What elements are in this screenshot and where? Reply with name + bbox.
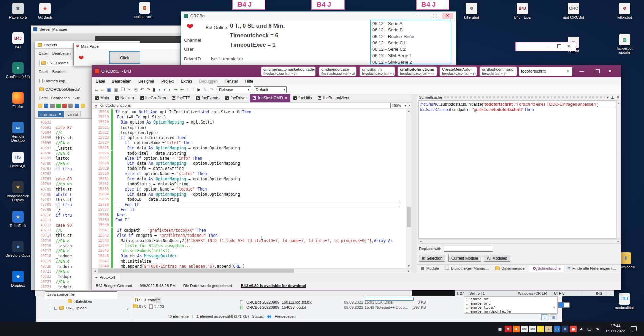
objects-menubar-2[interactable]: Datei Bearbei — [39, 70, 65, 74]
desktop-icon-b4j-libs[interactable]: B4JB4J - Libs — [510, 3, 535, 19]
scroll-left-arrow[interactable]: ◄ — [93, 269, 96, 273]
click-button[interactable]: Click — [109, 51, 140, 64]
desktop-icon-killorcbot[interactable]: ⚙killorcbot — [612, 3, 637, 19]
module-tab-fncgrafiken[interactable]: fncGrafiken — [137, 94, 169, 102]
code-editor[interactable]: 15018If opt <> Null And opt.IsInitialize… — [92, 109, 406, 268]
editor-vscrollbar[interactable]: ▲▼ — [406, 109, 411, 268]
redo-icon[interactable]: ↷ — [146, 87, 150, 92]
scroll-right-arrow[interactable]: ► — [407, 269, 410, 273]
file-row[interactable]: ORCBot-20220909_154033.log.txt09.09.2022… — [238, 305, 450, 310]
module-tab-fncutils[interactable]: fncUtils — [290, 94, 315, 102]
objects-toolbar-icon-2[interactable] — [50, 104, 55, 108]
paste-icon[interactable]: ⎘ — [134, 87, 137, 92]
server-manager-titlebar[interactable]: Server-Manager — [31, 26, 189, 33]
results-hscrollbar[interactable]: ◄► — [418, 239, 621, 244]
quicksearch-header[interactable]: Schnellsuche▾⊥✕ — [417, 94, 621, 100]
close-icon[interactable]: ✕ — [616, 95, 620, 100]
current-module-button[interactable]: Current Module — [448, 255, 481, 262]
tray-red-badge[interactable]: 9 — [505, 326, 512, 332]
desktop-icon-remote-desktop[interactable]: ▭Remote Desktop — [5, 122, 30, 142]
bookmark-tab-cmdmeinorcpsn[interactable]: cmdmeinorcpsnfncSlashCMD (ctrl + 2) — [319, 66, 357, 76]
menu-fenster[interactable]: Fenster — [225, 79, 238, 84]
series-list-item[interactable]: 06:12 - Rookie-Serie — [372, 34, 414, 39]
series-list-item[interactable]: 06:12 - Serie C2 — [372, 47, 406, 52]
orcbot-close-button[interactable]: ✕ — [442, 13, 453, 19]
objects-copy-item[interactable]: Dateien kop... — [39, 79, 68, 83]
bookmark-icon[interactable]: ▮ — [153, 87, 155, 92]
desktop-icon-firefox[interactable]: Firefox — [5, 92, 30, 109]
explorer-folder-tab[interactable]: LSE3Teams — [133, 297, 155, 303]
objects-toolbar-icon-4[interactable] — [62, 104, 67, 108]
fragment-close-button[interactable]: ✕ — [566, 44, 572, 49]
scroll-left-arrow[interactable]: ◄ — [419, 240, 422, 243]
panel-tab-finde-alle-referenzen-[interactable]: ⧉Finde alle Referenzen (... — [564, 265, 619, 272]
menu-bearbeiten[interactable]: Bearbeiten — [112, 79, 131, 84]
open-icon[interactable]: ▱ — [101, 87, 104, 92]
orcbot-maximize-button[interactable] — [433, 14, 437, 18]
objects-folder-tab[interactable]: LSE3Teams — [39, 60, 77, 66]
objects-toolbar-icon-7[interactable] — [81, 104, 85, 108]
tray-network[interactable]: 🖵 — [586, 326, 593, 332]
copy-window-icon[interactable]: ❐ — [121, 87, 125, 92]
bookmark-tab-cmdtodofunctions[interactable]: cmdtodofunctionsfncSlashCMD (ctrl + 4) — [397, 66, 437, 76]
comment-icon[interactable]: ⌶ — [187, 87, 189, 92]
all-modules-button[interactable]: All Modules — [484, 255, 510, 262]
console-input-box[interactable] — [412, 290, 456, 296]
panel-tab-bibliotheken-manag-[interactable]: ❐Bibliotheken-Manag... — [442, 265, 492, 272]
step-over-icon[interactable]: ↷ — [210, 87, 213, 92]
scroll-thumb[interactable] — [407, 207, 411, 227]
bookmark-tab-cmdStamm[interactable]: cmdStammfncSlashCMD (ctrl + 3) — [359, 66, 395, 76]
module-tab-fncdriver[interactable]: fncDriver — [222, 94, 250, 102]
desktop-icon-heidisql[interactable]: HSHeidiSQL — [5, 152, 30, 168]
tray-hidden-icons-grid[interactable]: ▦ — [497, 326, 503, 332]
bookmark-tab-CreateMeinAuto[interactable]: CreateMeinAutofncSlashCMD (ctrl + 5) — [439, 66, 477, 76]
objects-toolbar-icon-0[interactable] — [38, 104, 42, 108]
default-combo[interactable]: Default▾ — [254, 86, 287, 93]
scroll-right-arrow[interactable]: ► — [617, 240, 620, 243]
list-view-button[interactable]: ☰ — [541, 314, 548, 320]
protokoll-tab[interactable]: ≡Protokoll — [93, 274, 120, 281]
update-link[interactable]: B4J v9.80 is available for download — [241, 284, 306, 288]
bookmark-tab-onSlashcommand[interactable]: onSlashcommandfncUtils (ctrl + 6) — [479, 66, 517, 76]
step-into-icon[interactable]: ↳ — [203, 87, 207, 92]
scroll-thumb[interactable] — [98, 269, 294, 273]
desktop-icon-killergbot[interactable]: ⚙killergbot — [459, 3, 484, 19]
objects-toolbar-icon-1[interactable] — [44, 104, 48, 108]
panel-tab-module[interactable]: ▦Module — [417, 265, 442, 272]
search-result-row[interactable]: fncSlashC...subtodostatus.Initialize("to… — [419, 102, 616, 107]
module-tab-fncbuttonmenu[interactable]: fncButtonMenu — [315, 94, 354, 102]
editor-hscrollbar[interactable]: ◄► — [92, 268, 411, 273]
desktop-icon-papierkorb[interactable]: 🗑Papierkorb — [5, 3, 30, 19]
menu-extras[interactable]: Extras — [181, 79, 192, 84]
zoom-combo[interactable]: 100%▾ — [390, 103, 408, 108]
quicksearch-results[interactable]: fncSlashC...subtodostatus.Initialize("to… — [418, 100, 616, 239]
menu-designer[interactable]: Designer — [138, 79, 154, 84]
new-file-icon[interactable]: ▱ — [95, 87, 98, 92]
tree-item-statistiken[interactable]: Statistiken — [68, 299, 92, 304]
menu-datei[interactable]: Datei — [96, 79, 105, 84]
taskbar-clock[interactable]: 17:4409.09.2022 — [605, 323, 626, 334]
desktop-icon-dropbox[interactable]: ◆Dropbox — [5, 271, 30, 287]
desktop-icon-modmailbot[interactable]: ❑❑modmailbot — [612, 293, 637, 310]
module-tab-fncslashcmd[interactable]: fncSlashCMD✕ — [250, 94, 290, 102]
objects-toolbar-icon-6[interactable] — [75, 104, 79, 108]
orcbot-minimize-button[interactable]: — — [413, 13, 423, 19]
series-listbox[interactable]: 06:12 - Serie A06:12 - Serie B06:12 - Ro… — [370, 20, 451, 64]
desktop-icon-online-raci[interactable]: ▤online-raci... — [132, 2, 157, 19]
tray-usb[interactable]: ⮝ — [578, 326, 585, 332]
search-result-row[interactable]: fncSlashC...else if cmdpath = "grafiktea… — [419, 107, 616, 113]
list-scroll-chevron[interactable]: ∨ — [412, 307, 414, 311]
scroll-up-arrow[interactable]: ▲ — [617, 102, 620, 105]
tray-pen[interactable]: ✎ — [594, 326, 601, 332]
scroll-down-arrow[interactable]: ▼ — [407, 264, 410, 268]
fragment-maximize-button[interactable] — [557, 44, 561, 48]
ide-minimize-button[interactable]: — — [577, 69, 587, 74]
desktop-icon-git-bash[interactable]: ◆Git Bash — [33, 3, 58, 19]
desktop-icon-conemu-x64-[interactable]: uConEmu (x64) — [5, 62, 30, 79]
tray-monitor-blue[interactable]: ▭ — [554, 326, 560, 332]
tray-sticky-note[interactable] — [537, 326, 544, 332]
menu-projekt[interactable]: Projekt — [161, 79, 174, 84]
navigate-forward-icon[interactable]: ◗ — [168, 87, 171, 92]
tab-main-java[interactable]: main java✕ — [38, 111, 64, 117]
objects-toolbar-icon-5[interactable] — [68, 104, 73, 108]
